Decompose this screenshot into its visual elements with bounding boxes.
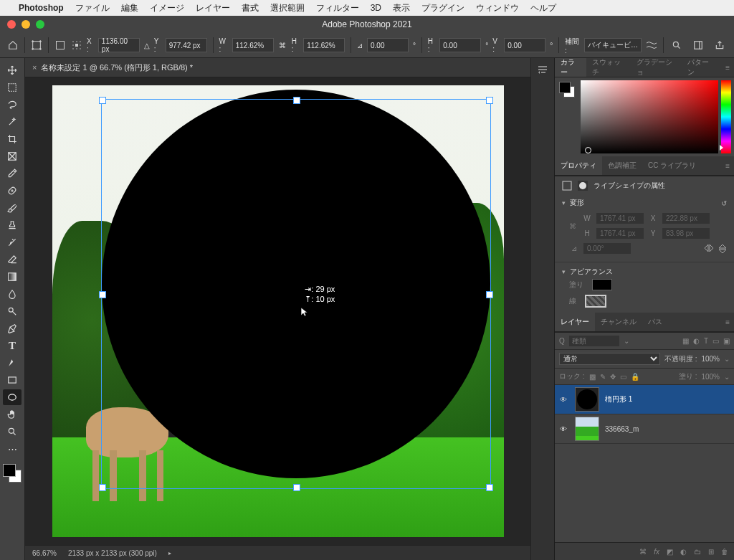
tab-swatches[interactable]: スウォッチ xyxy=(586,58,631,77)
canvas-viewport[interactable]: ⇥: 29 px ⤒: 10 px xyxy=(25,77,530,545)
tab-gradients[interactable]: グラデーショ xyxy=(631,58,682,77)
menu-select[interactable]: 選択範囲 xyxy=(270,2,305,14)
link-wh-icon[interactable]: ⌘ xyxy=(569,222,576,230)
eyedropper-tool[interactable] xyxy=(3,166,22,181)
workspace-icon[interactable] xyxy=(691,38,705,52)
history-brush-tool[interactable] xyxy=(3,234,22,250)
rotate-field[interactable]: 0.00 xyxy=(367,38,409,52)
handle-bottom-right[interactable] xyxy=(486,484,493,491)
home-icon[interactable] xyxy=(7,38,19,52)
handle-bottom[interactable] xyxy=(293,484,300,491)
blur-tool[interactable] xyxy=(3,286,22,302)
path-tool[interactable] xyxy=(3,355,22,371)
hand-tool[interactable] xyxy=(3,407,22,422)
layer-thumb[interactable] xyxy=(575,387,599,412)
ref-point-icon[interactable] xyxy=(54,38,66,52)
filter-image-icon[interactable]: ▦ xyxy=(682,337,689,345)
color-field[interactable] xyxy=(581,80,718,153)
layer-row[interactable]: 👁 336663_m xyxy=(555,414,734,444)
filter-shape-icon[interactable]: ▭ xyxy=(712,337,719,345)
flip-h-icon[interactable] xyxy=(704,244,714,254)
pen-tool[interactable] xyxy=(3,321,22,336)
tab-cc-libraries[interactable]: CC ライブラリ xyxy=(642,156,702,175)
document-tab[interactable]: 名称未設定 1 @ 66.7% (楕円形 1, RGB/8) * xyxy=(41,62,193,73)
tab-channels[interactable]: チャンネル xyxy=(595,313,642,331)
share-icon[interactable] xyxy=(712,38,727,52)
handle-top-left[interactable] xyxy=(99,97,106,104)
canvas[interactable]: ⇥: 29 px ⤒: 10 px xyxy=(52,85,504,537)
handle-left[interactable] xyxy=(99,291,106,298)
eraser-tool[interactable] xyxy=(3,252,22,267)
filter-type-icon[interactable]: T xyxy=(704,337,708,345)
menu-image[interactable]: イメージ xyxy=(150,2,184,14)
search-icon[interactable] xyxy=(669,38,684,52)
type-tool[interactable]: T xyxy=(3,338,22,353)
app-menu[interactable]: Photoshop xyxy=(19,3,64,13)
menu-help[interactable]: ヘルプ xyxy=(530,2,556,14)
handle-right[interactable] xyxy=(486,291,493,298)
toolbar-swatch[interactable] xyxy=(3,464,22,483)
menu-view[interactable]: 表示 xyxy=(393,2,410,14)
ellipse-tool[interactable] xyxy=(3,389,22,405)
toolbar-more[interactable]: ⋯ xyxy=(3,441,22,457)
layer-thumb[interactable] xyxy=(575,417,599,441)
handle-bottom-left[interactable] xyxy=(99,484,106,491)
filter-smart-icon[interactable]: ▣ xyxy=(723,337,730,345)
interp-select[interactable]: バイキュービ… xyxy=(584,38,642,52)
marquee-tool[interactable] xyxy=(3,80,22,95)
dodge-tool[interactable] xyxy=(3,303,22,319)
blend-mode-select[interactable]: 通常 xyxy=(559,353,660,365)
mask-icon[interactable]: ◩ xyxy=(667,548,673,556)
panel-menu-icon[interactable]: ≡ xyxy=(720,313,734,331)
x-field[interactable]: 1136.00 px xyxy=(98,38,140,52)
transform-bounding-box[interactable] xyxy=(102,100,490,488)
opacity-value[interactable]: 100% xyxy=(701,355,720,363)
lock-brush-icon[interactable]: ✎ xyxy=(600,373,606,381)
tab-properties[interactable]: プロパティ xyxy=(555,156,602,175)
crop-tool[interactable] xyxy=(3,131,22,147)
handle-top[interactable] xyxy=(293,97,300,104)
hue-slider[interactable] xyxy=(721,80,731,153)
tab-patterns[interactable]: パターン xyxy=(682,58,720,77)
menu-file[interactable]: ファイル xyxy=(75,2,110,14)
transform-section-label[interactable]: 変形 xyxy=(570,198,584,208)
prop-angle-field[interactable]: 0.00° xyxy=(583,243,631,254)
panel-menu-icon[interactable]: ≡ xyxy=(720,156,734,175)
link-wh-icon[interactable]: ⌘ xyxy=(278,42,287,49)
lock-artboard-icon[interactable]: ▭ xyxy=(620,373,626,381)
menu-filter[interactable]: フィルター xyxy=(316,2,359,14)
stroke-swatch[interactable] xyxy=(585,295,606,308)
visibility-icon[interactable]: 👁 xyxy=(558,396,569,404)
reset-icon[interactable]: ↺ xyxy=(721,199,727,207)
tab-paths[interactable]: パス xyxy=(642,313,668,331)
color-swatch-pair[interactable] xyxy=(555,77,581,156)
layer-name[interactable]: 楕円形 1 xyxy=(605,394,632,404)
fill-opacity-value[interactable]: 100% xyxy=(701,373,720,381)
gradient-tool[interactable] xyxy=(3,269,22,285)
menu-window[interactable]: ウィンドウ xyxy=(476,2,519,14)
group-icon[interactable]: 🗀 xyxy=(694,548,701,556)
tab-layers[interactable]: レイヤー xyxy=(555,313,595,331)
menu-edit[interactable]: 編集 xyxy=(121,2,138,14)
menu-type[interactable]: 書式 xyxy=(242,2,259,14)
zoom-tool[interactable] xyxy=(3,424,22,440)
appearance-section-label[interactable]: アピアランス xyxy=(570,267,613,277)
delete-layer-icon[interactable]: 🗑 xyxy=(721,548,728,556)
h-field[interactable]: 112.62% xyxy=(303,38,345,52)
layer-name[interactable]: 336663_m xyxy=(605,425,639,433)
tab-close-icon[interactable]: × xyxy=(32,63,37,72)
menu-3d[interactable]: 3D xyxy=(371,3,381,13)
prop-y-field[interactable]: 83.98 px xyxy=(662,228,710,239)
layer-filter-input[interactable] xyxy=(569,336,619,346)
menu-plugins[interactable]: プラグイン xyxy=(421,2,464,14)
skew-h-field[interactable]: 0.00 xyxy=(439,38,481,52)
new-layer-icon[interactable]: ⊞ xyxy=(708,548,714,556)
prop-w-field[interactable]: 1767.41 px xyxy=(596,213,644,224)
handle-top-right[interactable] xyxy=(486,97,493,104)
y-field[interactable]: 977.42 px xyxy=(166,38,207,52)
frame-tool[interactable] xyxy=(3,148,22,164)
healing-tool[interactable] xyxy=(3,183,22,199)
fg-swatch[interactable] xyxy=(3,464,16,477)
fx-icon[interactable]: fx xyxy=(654,548,659,556)
rectangle-tool[interactable] xyxy=(3,372,22,388)
